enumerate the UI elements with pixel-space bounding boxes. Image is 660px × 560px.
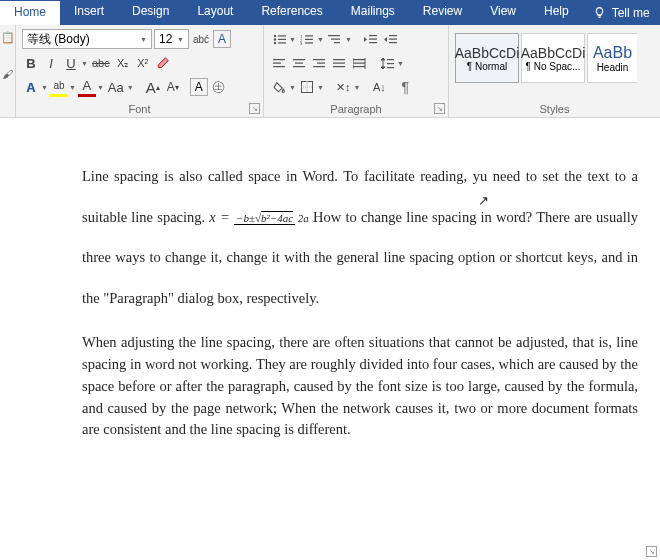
- numbering-button[interactable]: 123▼: [298, 29, 324, 49]
- tab-home[interactable]: Home: [0, 0, 60, 25]
- char-shading-button[interactable]: A: [190, 78, 208, 96]
- distributed-button[interactable]: [350, 53, 368, 73]
- svg-rect-23: [273, 66, 285, 67]
- equation-x: x =: [209, 209, 229, 225]
- document-body[interactable]: Line spacing is also called space in Wor…: [0, 118, 660, 441]
- subscript-button[interactable]: X₂: [114, 53, 132, 73]
- format-painter-icon[interactable]: 🖌: [0, 68, 15, 80]
- clear-formatting-button[interactable]: [154, 53, 172, 73]
- borders-icon: [301, 81, 313, 93]
- equation-numerator: −b±√b²−4ac: [234, 212, 295, 225]
- svg-rect-13: [331, 38, 340, 39]
- tab-insert[interactable]: Insert: [60, 0, 118, 25]
- font-dialog-launcher[interactable]: ↘: [249, 103, 260, 114]
- align-center-icon: [293, 58, 306, 69]
- svg-point-0: [273, 34, 275, 36]
- italic-button[interactable]: I: [42, 53, 60, 73]
- justify-button[interactable]: [330, 53, 348, 73]
- svg-rect-1: [278, 35, 286, 36]
- paragraph-1[interactable]: Line spacing is also called space in Wor…: [82, 156, 638, 318]
- asian-layout-button[interactable]: ✕↕▼: [334, 77, 360, 97]
- eraser-icon: [156, 56, 170, 70]
- bold-button[interactable]: B: [22, 53, 40, 73]
- svg-rect-11: [305, 42, 313, 43]
- multilevel-icon: [328, 34, 341, 45]
- font-family-select[interactable]: 等线 (Body)▼: [22, 29, 152, 49]
- svg-rect-19: [389, 38, 397, 39]
- borders-button[interactable]: ▼: [298, 77, 324, 97]
- align-left-button[interactable]: [270, 53, 288, 73]
- shrink-font-button[interactable]: A▾: [164, 77, 182, 97]
- style-no-spacing[interactable]: AaBbCcDi ¶ No Spac...: [521, 33, 585, 83]
- text-effects-button[interactable]: A▼: [22, 77, 48, 97]
- font-size-select[interactable]: 12▼: [154, 29, 189, 49]
- paste-icon[interactable]: 📋: [0, 31, 15, 44]
- highlight-button[interactable]: ab▼: [50, 77, 76, 97]
- line-spacing-button[interactable]: ▼: [378, 53, 404, 73]
- svg-rect-37: [387, 63, 394, 64]
- tab-mailings[interactable]: Mailings: [337, 0, 409, 25]
- change-case-button[interactable]: Aa▼: [106, 77, 134, 97]
- clipboard-dialog-launcher[interactable]: ↘: [646, 546, 657, 557]
- tab-references[interactable]: References: [247, 0, 336, 25]
- paragraph-2[interactable]: When adjusting the line spacing, there a…: [82, 332, 638, 441]
- paragraph-group: ▼ 123▼ ▼ ▼ ▼ ▼ ✕↕▼ A↓ ¶ Paragraph ↘: [264, 25, 449, 117]
- strikethrough-button[interactable]: abc: [90, 53, 112, 73]
- svg-rect-22: [273, 62, 281, 63]
- style-heading[interactable]: AaBb Headin: [587, 33, 637, 83]
- style-name: ¶ No Spac...: [526, 61, 581, 72]
- char-border-button[interactable]: A: [213, 30, 231, 48]
- font-family-value: 等线 (Body): [27, 31, 90, 48]
- svg-rect-30: [333, 59, 345, 60]
- align-center-button[interactable]: [290, 53, 308, 73]
- svg-rect-12: [328, 35, 340, 36]
- bullets-button[interactable]: ▼: [270, 29, 296, 49]
- equation-fraction: −b±√b²−4ac 2a: [234, 212, 309, 224]
- tab-review[interactable]: Review: [409, 0, 476, 25]
- svg-rect-21: [273, 59, 285, 60]
- svg-rect-16: [369, 38, 377, 39]
- show-marks-button[interactable]: ¶: [396, 77, 414, 97]
- tab-layout[interactable]: Layout: [183, 0, 247, 25]
- tab-help[interactable]: Help: [530, 0, 583, 25]
- decrease-indent-button[interactable]: [362, 29, 380, 49]
- font-color-button[interactable]: A▼: [78, 77, 104, 97]
- svg-rect-29: [313, 66, 325, 67]
- paragraph-dialog-launcher[interactable]: ↘: [434, 103, 445, 114]
- tell-me[interactable]: Tell me: [583, 0, 660, 25]
- multilevel-list-button[interactable]: ▼: [326, 29, 352, 49]
- align-left-icon: [273, 58, 286, 69]
- svg-rect-28: [317, 62, 325, 63]
- enclose-char-button[interactable]: ㊏: [210, 77, 228, 97]
- tab-view[interactable]: View: [476, 0, 530, 25]
- svg-rect-24: [293, 59, 305, 60]
- underline-button[interactable]: U▼: [62, 53, 88, 73]
- tab-design[interactable]: Design: [118, 0, 183, 25]
- increase-indent-button[interactable]: [382, 29, 400, 49]
- align-right-button[interactable]: [310, 53, 328, 73]
- superscript-button[interactable]: X²: [134, 53, 152, 73]
- svg-text:3: 3: [300, 41, 303, 45]
- ribbon: 📋 🖌 ↘ 等线 (Body)▼ 12▼ abć A B I U▼ abc X₂…: [0, 25, 660, 118]
- svg-rect-3: [278, 38, 286, 39]
- shading-button[interactable]: ▼: [270, 77, 296, 97]
- equation-denominator: 2a: [298, 212, 309, 224]
- indent-icon: [384, 34, 397, 45]
- chevron-down-icon: ▼: [140, 36, 147, 43]
- font-group-label: Font: [16, 103, 263, 115]
- tell-me-label: Tell me: [612, 6, 650, 20]
- paragraph-group-label: Paragraph: [264, 103, 448, 115]
- style-name: ¶ Normal: [467, 61, 507, 72]
- svg-rect-26: [293, 66, 305, 67]
- grow-font-button[interactable]: A▴: [144, 77, 162, 97]
- svg-rect-35: [353, 66, 365, 67]
- style-normal[interactable]: AaBbCcDi ¶ Normal: [455, 33, 519, 83]
- svg-rect-32: [333, 66, 345, 67]
- styles-group: AaBbCcDi ¶ Normal AaBbCcDi ¶ No Spac... …: [449, 25, 660, 117]
- style-preview: AaBbCcDi: [455, 45, 520, 61]
- svg-rect-15: [369, 35, 377, 36]
- phonetic-guide-button[interactable]: abć: [191, 29, 211, 49]
- chevron-down-icon: ▼: [177, 36, 184, 43]
- svg-rect-34: [353, 62, 365, 63]
- sort-button[interactable]: A↓: [370, 77, 388, 97]
